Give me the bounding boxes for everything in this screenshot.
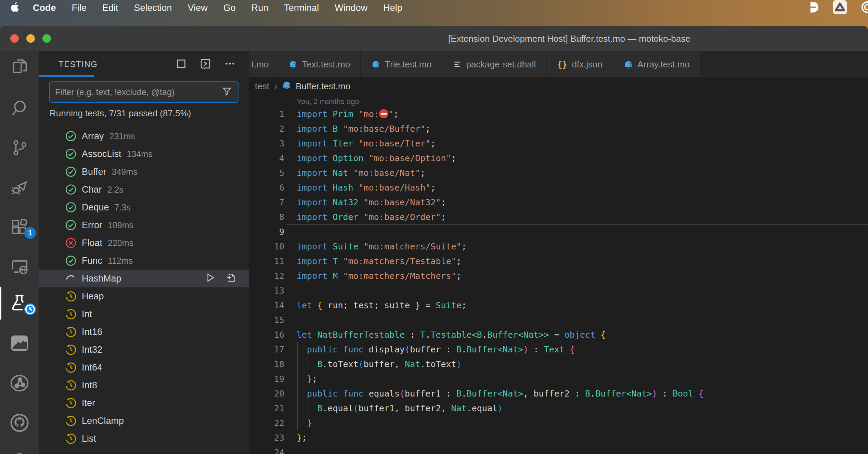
code-line-5[interactable]: 5import Nat "mo:base/Nat"; [249,166,868,180]
tab-t-mo[interactable]: t.mo [249,51,277,77]
code-line-11[interactable]: 11import T "mo:matchers/Testable"; [249,254,868,269]
remote-explorer-icon[interactable] [0,252,39,281]
tab-dfx-json[interactable]: {}dfx.json [547,51,613,77]
drive-icon[interactable] [832,0,847,16]
code-line-4[interactable]: 4import Option "mo:base/Option"; [249,151,868,166]
test-row-iter[interactable]: Iter [39,394,249,412]
explorer-icon[interactable] [0,51,39,79]
line-content: import Iter "mo:base/Iter"; [297,139,436,148]
test-row-func[interactable]: Func112ms [39,252,249,270]
code-line-10[interactable]: 10import Suite "mo:matchers/Suite"; [249,239,868,254]
test-name: Func [82,256,102,266]
code-line-6[interactable]: 6import Hash "mo:base/Hash"; [249,180,868,195]
menu-item-window[interactable]: Window [327,3,375,13]
code-line-1[interactable]: 1import Prim "mo:"; [249,107,868,121]
code-line-14[interactable]: 14let { run; test; suite } = Suite; [249,298,868,313]
test-row-assoclist[interactable]: AssocList134ms [39,145,249,163]
code-line-2[interactable]: 2import B "mo:base/Buffer"; [249,121,868,136]
code-line-18[interactable]: 18 B.toText(buffer, Nat.toText) [249,357,868,372]
source-control-icon[interactable] [0,134,39,162]
test-row-error[interactable]: Error109ms [39,216,249,234]
menu-item-file[interactable]: File [64,3,95,13]
tab-package-set-dhall[interactable]: package-set.dhall [442,51,546,77]
go-to-test-button[interactable] [225,272,236,285]
json-file-icon: {} [557,60,567,69]
minimize-window-button[interactable] [26,34,35,43]
code-area[interactable]: You, 2 months ago 1import Prim "mo:";2im… [249,95,868,454]
menu-item-view[interactable]: View [180,3,216,13]
apple-menu-icon[interactable] [10,2,19,14]
test-row-char[interactable]: Char2.2s [39,181,249,198]
test-row-int64[interactable]: Int64 [39,359,249,376]
test-name: Int32 [82,345,102,355]
test-state-running-icon [65,272,77,285]
code-line-19[interactable]: 19 }; [249,372,868,386]
github-icon[interactable] [0,409,39,437]
stop-tests-button[interactable] [176,58,187,71]
test-row-array[interactable]: Array231ms [39,127,249,145]
test-filter-input[interactable] [50,87,221,97]
test-row-int8[interactable]: Int8 [39,376,249,394]
breadcrumb-file[interactable]: Buffer.test.mo [296,81,350,92]
test-row-int[interactable]: Int [39,305,249,323]
shade-app-icon[interactable] [807,1,819,15]
menu-item-go[interactable]: Go [216,3,244,13]
tab-array-test-mo[interactable]: Array.test.mo [613,51,700,77]
code-line-20[interactable]: 20 public func equals(buffer1 : B.Buffer… [249,386,868,401]
test-row-list[interactable]: List [39,430,249,447]
code-line-21[interactable]: 21 B.equal(buffer1, buffer2, Nat.equal) [249,401,868,416]
test-row-buffer[interactable]: Buffer349ms [39,163,249,181]
clipped-status-icon[interactable] [860,0,868,15]
code-line-13[interactable]: 13 [249,283,868,298]
menu-item-run[interactable]: Run [244,3,276,13]
code-line-17[interactable]: 17 public func display(buffer : B.Buffer… [249,342,868,357]
test-row-lenclamp[interactable]: LenClamp [39,412,249,430]
tab-trie-test-mo[interactable]: Trie.test.mo [361,51,442,77]
line-number: 18 [249,359,284,369]
menu-item-terminal[interactable]: Terminal [276,3,327,13]
more-actions-button[interactable] [224,58,236,71]
pane-title: TESTING [59,60,98,69]
camel-extension-icon[interactable] [0,329,39,357]
close-window-button[interactable] [10,34,19,43]
extensions-icon[interactable]: 1 [0,213,39,241]
menu-item-code[interactable]: Code [25,3,64,13]
vscode-window: [Extension Development Host] Buffer.test… [0,26,868,454]
code-line-24[interactable]: 24 [249,445,868,454]
code-line-22[interactable]: 22 } [249,416,868,430]
tab-text-test-mo[interactable]: Text.test.mo [278,51,360,77]
filter-icon[interactable] [221,86,232,98]
testing-icon[interactable] [0,289,39,317]
clipped-bottom-icon[interactable] [0,445,39,454]
test-row-deque[interactable]: Deque7.3s [39,198,249,216]
line-number: 7 [249,197,284,207]
run-debug-icon[interactable] [0,173,39,202]
breadcrumb[interactable]: test › Buffer.test.mo [249,77,868,95]
test-row-int32[interactable]: Int32 [39,341,249,359]
code-line-7[interactable]: 7import Nat32 "mo:base/Nat32"; [249,195,868,210]
tab-label: Array.test.mo [637,59,690,70]
line-number: 3 [249,139,284,148]
code-line-8[interactable]: 8import Order "mo:base/Order"; [249,210,868,224]
menu-item-selection[interactable]: Selection [126,3,180,13]
code-line-12[interactable]: 12import M "mo:matchers/Matchers"; [249,269,868,283]
test-row-int16[interactable]: Int16 [39,323,249,341]
run-test-button[interactable] [205,272,216,285]
show-test-output-button[interactable] [199,58,211,71]
line-number: 19 [249,374,284,384]
breadcrumb-folder[interactable]: test [255,81,269,92]
test-row-float[interactable]: Float220ms [39,234,249,252]
indent-guide [297,342,298,430]
code-line-23[interactable]: 23}; [249,430,868,445]
share-extension-icon[interactable] [0,369,39,397]
search-icon[interactable] [0,94,39,122]
test-row-hashmap[interactable]: HashMap [39,270,249,287]
code-line-15[interactable]: 15 [249,313,868,327]
menu-item-help[interactable]: Help [375,3,410,13]
menu-item-edit[interactable]: Edit [94,3,126,13]
zoom-window-button[interactable] [42,34,51,43]
code-line-16[interactable]: 16let NatBufferTestable : T.Testable<B.B… [249,327,868,342]
test-state-queued-icon [65,361,77,374]
test-row-heap[interactable]: Heap [39,287,249,305]
code-line-3[interactable]: 3import Iter "mo:base/Iter"; [249,136,868,151]
